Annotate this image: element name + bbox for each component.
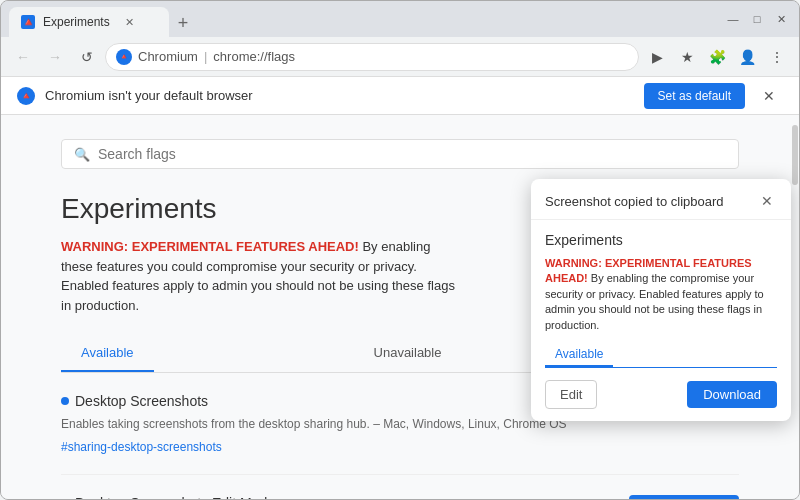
edit-button[interactable]: Edit [545, 380, 597, 409]
address-url: chrome://flags [213, 49, 295, 64]
refresh-icon: ↺ [81, 49, 93, 65]
tab-title: Experiments [43, 15, 110, 29]
page-content: 🔍 Experiments WARNING: EXPERIMENTAL FEAT… [1, 115, 799, 499]
popup-tab-available[interactable]: Available [545, 343, 613, 367]
set-default-button[interactable]: Set as default [644, 83, 745, 109]
title-bar: 🔺 Experiments ✕ + — □ ✕ [1, 1, 799, 37]
infobar-close-button[interactable]: ✕ [755, 82, 783, 110]
profile-button[interactable]: 👤 [733, 43, 761, 71]
address-prefix: Chromium [138, 49, 198, 64]
refresh-button[interactable]: ↺ [73, 43, 101, 71]
new-tab-icon: + [178, 13, 189, 34]
maximize-button[interactable]: □ [747, 13, 767, 25]
nav-bar: ← → ↺ 🔺 Chromium | chrome://flags ▶ ★ 🧩 [1, 37, 799, 77]
bookmark-icon: ★ [681, 49, 694, 65]
popup-overlay: Screenshot copied to clipboard ✕ Experim… [1, 115, 799, 499]
back-icon: ← [16, 49, 30, 65]
menu-button[interactable]: ⋮ [763, 43, 791, 71]
tab-favicon: 🔺 [21, 15, 35, 29]
popup-actions: Edit Download [545, 380, 777, 409]
default-browser-message: Chromium isn't your default browser [45, 88, 634, 103]
address-separator: | [204, 49, 207, 64]
forward-button[interactable]: → [41, 43, 69, 71]
address-bar[interactable]: 🔺 Chromium | chrome://flags [105, 43, 639, 71]
screenshot-popup: Screenshot copied to clipboard ✕ Experim… [531, 179, 791, 421]
back-button[interactable]: ← [9, 43, 37, 71]
new-tab-button[interactable]: + [169, 9, 197, 37]
extension-icon: 🧩 [709, 49, 726, 65]
profile-icon: 👤 [739, 49, 756, 65]
nav-right-icons: ▶ ★ 🧩 👤 ⋮ [643, 43, 791, 71]
active-tab[interactable]: 🔺 Experiments ✕ [9, 7, 169, 37]
cast-icon: ▶ [652, 49, 663, 65]
infobar-close-icon: ✕ [763, 88, 775, 104]
close-window-button[interactable]: ✕ [771, 13, 791, 26]
tab-strip: 🔺 Experiments ✕ + [9, 1, 719, 37]
menu-icon: ⋮ [770, 49, 784, 65]
window-controls: — □ ✕ [723, 13, 791, 26]
popup-title: Screenshot copied to clipboard [545, 194, 757, 209]
forward-icon: → [48, 49, 62, 65]
popup-header: Screenshot copied to clipboard ✕ [531, 179, 791, 220]
popup-tabs: Available [545, 343, 777, 368]
tab-close-button[interactable]: ✕ [122, 14, 138, 30]
info-bar: 🔺 Chromium isn't your default browser Se… [1, 77, 799, 115]
popup-body: Experiments WARNING: EXPERIMENTAL FEATUR… [531, 220, 791, 421]
chromium-icon: 🔺 [17, 87, 35, 105]
download-button[interactable]: Download [687, 381, 777, 408]
bookmark-button[interactable]: ★ [673, 43, 701, 71]
popup-experiments-title: Experiments [545, 232, 777, 248]
minimize-button[interactable]: — [723, 13, 743, 25]
cast-button[interactable]: ▶ [643, 43, 671, 71]
popup-close-button[interactable]: ✕ [757, 191, 777, 211]
extension-button[interactable]: 🧩 [703, 43, 731, 71]
site-icon: 🔺 [116, 49, 132, 65]
popup-warning: WARNING: EXPERIMENTAL FEATURES AHEAD! By… [545, 256, 777, 333]
